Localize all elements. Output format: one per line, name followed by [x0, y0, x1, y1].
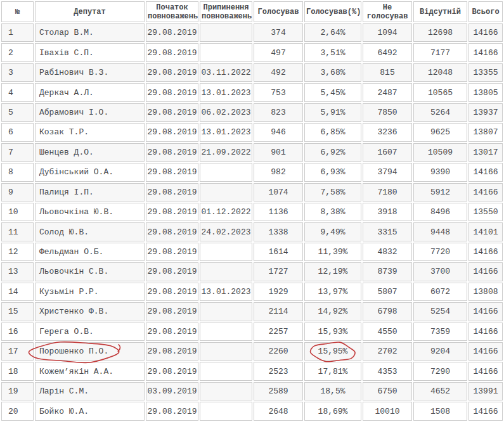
- cell-total: 13937: [468, 103, 503, 122]
- cell-text: Деркач А.Л.: [39, 88, 94, 98]
- cell-text: 18,5%: [320, 387, 345, 396]
- cell-total: 13808: [468, 283, 503, 301]
- cell-text: 14166: [473, 407, 498, 416]
- cell-text: 3315: [377, 227, 397, 237]
- cell-text: 1929: [268, 287, 288, 297]
- cell-text: 12048: [428, 68, 453, 77]
- cell-not_voted: 4550: [363, 323, 412, 341]
- cell-num: 11: [1, 222, 34, 241]
- cell-text: Фельдман О.Б.: [39, 247, 103, 257]
- table-row: 18Кожем’якін А.А.29.08.2019252317,81%435…: [1, 362, 503, 380]
- cell-text: 8496: [430, 207, 450, 217]
- cell-text: 13355: [473, 68, 498, 77]
- cell-voted_pct: 3,51%: [304, 43, 361, 61]
- cell-text: 4550: [377, 327, 397, 336]
- cell-text: Дубінський О.А.: [39, 167, 113, 177]
- cell-deputy: Козак Т.Р.: [35, 123, 145, 141]
- cell-not_voted: 3315: [363, 222, 412, 241]
- cell-voted: 374: [254, 23, 303, 42]
- cell-total: 13807: [468, 123, 503, 141]
- cell-voted_pct: 2,64%: [304, 23, 361, 42]
- table-row: 4Деркач А.Л.29.08.201913.01.20237535,45%…: [1, 83, 503, 101]
- cell-num: 2: [1, 43, 34, 61]
- cell-text: 497: [271, 48, 285, 58]
- cell-text: 29.08.2019: [147, 188, 197, 197]
- cell-text: Льовочкіна Ю.В.: [39, 207, 113, 217]
- cell-text: 14166: [473, 28, 498, 37]
- cell-absent: 6072: [413, 283, 467, 301]
- cell-voted: 492: [254, 63, 303, 82]
- cell-text: 815: [380, 68, 394, 77]
- cell-end: [200, 382, 252, 400]
- cell-text: 14166: [473, 247, 498, 257]
- cell-text: 12,19%: [318, 267, 348, 276]
- cell-text: 3,68%: [320, 68, 345, 77]
- cell-text: 1727: [268, 267, 288, 276]
- cell-text: 29.08.2019: [147, 48, 197, 58]
- cell-not_voted: 5807: [363, 283, 412, 301]
- cell-start: 03.09.2019: [146, 382, 198, 400]
- cell-text: 6072: [430, 287, 450, 297]
- table-body: 1Столар В.М.29.08.20193742,64%1094126981…: [1, 23, 503, 421]
- cell-num: 7: [1, 143, 34, 162]
- cell-text: 10565: [428, 88, 453, 98]
- cell-end: [200, 323, 252, 341]
- column-header-deputy: Депутат: [35, 1, 145, 22]
- cell-absent: 1508: [413, 402, 467, 421]
- cell-voted_pct: 15,95%: [304, 342, 361, 361]
- cell-not_voted: 4832: [363, 243, 412, 261]
- cell-text: 03.11.2022: [201, 68, 250, 77]
- cell-text: 5: [8, 108, 13, 117]
- cell-voted_pct: 8,38%: [304, 203, 361, 221]
- cell-text: 24.02.2023: [201, 227, 250, 237]
- cell-text: 29.08.2019: [147, 407, 197, 416]
- cell-voted_pct: 14,92%: [304, 302, 361, 321]
- cell-text: 14166: [473, 48, 498, 58]
- cell-end: 13.01.2023: [200, 123, 252, 141]
- cell-not_voted: 2487: [363, 83, 412, 101]
- cell-text: 2114: [268, 307, 288, 316]
- cell-start: 29.08.2019: [146, 163, 198, 181]
- cell-total: 13805: [468, 83, 503, 101]
- cell-text: 3700: [430, 267, 450, 276]
- cell-text: Кузьмін Р.Р.: [39, 287, 99, 297]
- cell-absent: 5254: [413, 302, 467, 321]
- cell-voted: 1727: [254, 262, 303, 281]
- cell-text: 8739: [377, 267, 397, 276]
- cell-deputy: Порошенко П.О.: [35, 342, 145, 361]
- table-row: 13Льовочкін С.В.29.08.2019172712,19%8739…: [1, 262, 503, 281]
- cell-total: 14166: [468, 262, 503, 281]
- cell-deputy: Бойко Ю.А.: [35, 402, 145, 421]
- cell-text: 13808: [473, 287, 498, 297]
- cell-text: 5,91%: [320, 108, 345, 117]
- cell-voted: 1338: [254, 222, 303, 241]
- cell-text: 9: [8, 188, 13, 197]
- cell-text: 5807: [377, 287, 397, 297]
- cell-absent: 9390: [413, 163, 467, 181]
- cell-text: 13.01.2023: [201, 287, 250, 297]
- cell-voted_pct: 6,93%: [304, 163, 361, 181]
- cell-not_voted: 3236: [363, 123, 412, 141]
- cell-text: Столар В.М.: [39, 28, 94, 37]
- cell-total: 14166: [468, 243, 503, 261]
- cell-text: 5,45%: [320, 88, 345, 98]
- cell-text: 7180: [377, 188, 397, 197]
- cell-not_voted: 3794: [363, 163, 412, 181]
- cell-start: 29.08.2019: [146, 243, 198, 261]
- cell-text: 14166: [473, 188, 498, 197]
- cell-voted: 823: [254, 103, 303, 122]
- cell-total: 14166: [468, 362, 503, 380]
- cell-end: [200, 243, 252, 261]
- cell-text: 4832: [377, 247, 397, 257]
- cell-text: 7850: [377, 108, 397, 117]
- cell-deputy: Христенко Ф.В.: [35, 302, 145, 321]
- cell-text: 1094: [377, 28, 397, 37]
- cell-text: Ларін С.М.: [39, 387, 89, 396]
- cell-num: 16: [1, 323, 34, 341]
- cell-voted_pct: 3,68%: [304, 63, 361, 82]
- cell-text: 9204: [430, 347, 450, 356]
- cell-end: 01.12.2022: [200, 203, 252, 221]
- cell-not_voted: 7850: [363, 103, 412, 122]
- cell-voted: 1614: [254, 243, 303, 261]
- table-row: 5Абрамович І.О.29.08.201906.02.20238235,…: [1, 103, 503, 122]
